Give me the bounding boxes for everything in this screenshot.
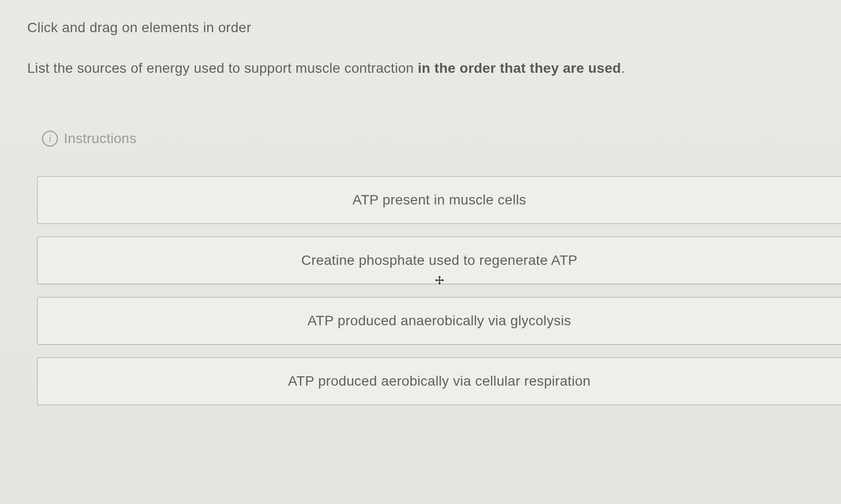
info-icon-glyph: i	[49, 134, 51, 144]
instructions-toggle[interactable]: i Instructions	[42, 131, 841, 147]
sortable-item-label: ATP produced aerobically via cellular re…	[288, 373, 591, 389]
drag-instruction-text: Click and drag on elements in order	[27, 20, 841, 36]
sortable-item[interactable]: ATP produced aerobically via cellular re…	[37, 357, 841, 405]
sortable-item-label: Creatine phosphate used to regenerate AT…	[301, 252, 577, 268]
instructions-label: Instructions	[64, 131, 137, 147]
sortable-item[interactable]: ATP produced anaerobically via glycolysi…	[37, 297, 841, 345]
question-bold: in the order that they are used	[418, 60, 621, 76]
sortable-item-label: ATP produced anaerobically via glycolysi…	[307, 313, 571, 329]
sortable-item[interactable]: ATP present in muscle cells	[37, 176, 841, 224]
info-icon: i	[42, 131, 58, 147]
sortable-list: ATP present in muscle cells Creatine pho…	[37, 176, 841, 405]
sortable-item[interactable]: Creatine phosphate used to regenerate AT…	[37, 237, 841, 284]
sortable-item-label: ATP present in muscle cells	[352, 192, 526, 208]
question-prefix: List the sources of energy used to suppo…	[27, 60, 418, 76]
question-suffix: .	[621, 60, 625, 76]
question-prompt: List the sources of energy used to suppo…	[27, 60, 841, 76]
move-cursor-icon	[434, 274, 445, 286]
